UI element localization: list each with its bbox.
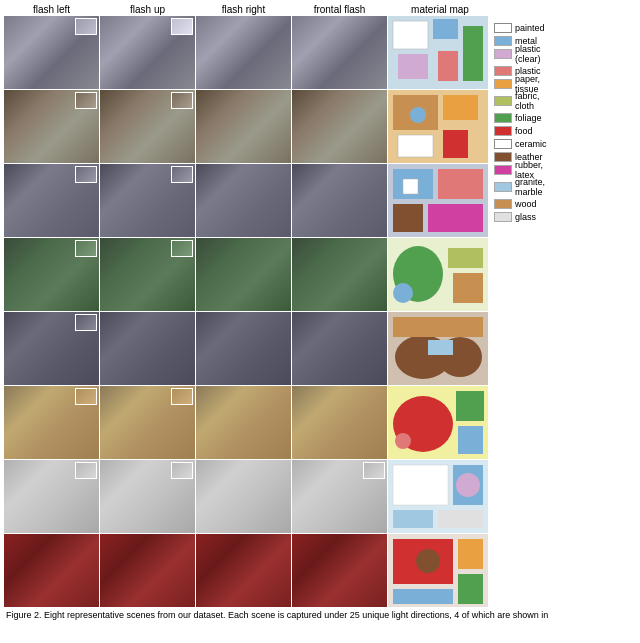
mat-r2	[388, 90, 488, 163]
scene-row-6	[4, 386, 488, 459]
img-r1-c3	[196, 16, 291, 89]
mat-r6	[388, 386, 488, 459]
thumb-r2-c1	[75, 92, 97, 109]
svg-rect-37	[438, 510, 483, 528]
mat-svg-4	[388, 238, 488, 311]
img-r8-c1	[4, 534, 99, 607]
legend-granite: granite,marble	[494, 181, 600, 193]
img-r5-c1	[4, 312, 99, 385]
legend-color-ceramic	[494, 139, 512, 149]
svg-rect-4	[438, 51, 458, 81]
svg-rect-36	[393, 510, 433, 528]
scene-row-5	[4, 312, 488, 385]
img-r3-c1	[4, 164, 99, 237]
mat-svg-8	[388, 534, 488, 607]
legend-label-painted: painted	[515, 23, 545, 33]
flash-cols-3	[4, 164, 387, 237]
img-r2-c4	[292, 90, 387, 163]
legend-painted: painted	[494, 22, 600, 34]
img-r4-c3	[196, 238, 291, 311]
scene-row-4	[4, 238, 488, 311]
mat-svg-2	[388, 90, 488, 163]
thumb-r5-c1	[75, 314, 97, 331]
legend-color-paper	[494, 79, 512, 89]
svg-rect-17	[403, 179, 418, 194]
figure-caption: Figure 2. Eight representative scenes fr…	[4, 607, 636, 622]
svg-point-44	[416, 549, 440, 573]
main-container: flash left flash up flash right frontal …	[0, 0, 640, 626]
legend-rubber: rubber,latex	[494, 164, 600, 176]
col-header-2: flash up	[100, 4, 195, 15]
img-r6-c1	[4, 386, 99, 459]
scene-row-7	[4, 460, 488, 533]
flash-cols-7	[4, 460, 387, 533]
legend-label-food: food	[515, 126, 533, 136]
img-r4-c1	[4, 238, 99, 311]
legend-foliage: foliage	[494, 112, 600, 124]
svg-point-38	[456, 473, 480, 497]
scene-row-8	[4, 534, 488, 607]
legend-paper: paper,tissue	[494, 78, 600, 90]
svg-rect-42	[458, 539, 483, 569]
img-r2-c2	[100, 90, 195, 163]
mat-svg-5	[388, 312, 488, 385]
img-r8-c3	[196, 534, 291, 607]
legend-label-ceramic: ceramic	[515, 139, 547, 149]
flash-cols-4	[4, 238, 387, 311]
img-r8-c2	[100, 534, 195, 607]
svg-rect-20	[448, 248, 483, 268]
mat-r1	[388, 16, 488, 89]
img-r3-c3	[196, 164, 291, 237]
svg-rect-34	[393, 465, 448, 505]
legend-color-plastic-clear	[494, 49, 512, 59]
img-r1-c2	[100, 16, 195, 89]
thumb-r6-c1	[75, 388, 97, 405]
svg-rect-21	[453, 273, 483, 303]
legend-label-fabric: fabric,cloth	[515, 91, 540, 111]
img-r4-c4	[292, 238, 387, 311]
svg-rect-8	[443, 95, 478, 120]
legend-color-granite	[494, 182, 512, 192]
thumb-r4-c2	[171, 240, 193, 257]
mat-r4	[388, 238, 488, 311]
col-header-1: flash left	[4, 4, 99, 15]
legend-food: food	[494, 125, 600, 137]
legend-label-glass: glass	[515, 212, 536, 222]
mat-r3	[388, 164, 488, 237]
legend-plastic-clear: plastic(clear)	[494, 48, 600, 60]
img-r5-c2	[100, 312, 195, 385]
img-r4-c2	[100, 238, 195, 311]
svg-rect-3	[398, 54, 428, 79]
image-rows	[4, 16, 488, 607]
scene-row-2	[4, 90, 488, 163]
legend-color-foliage	[494, 113, 512, 123]
thumb-r2-c2	[171, 92, 193, 109]
legend-color-fabric	[494, 96, 512, 106]
svg-point-11	[410, 107, 426, 123]
col-header-3: flash right	[196, 4, 291, 15]
svg-rect-9	[398, 135, 433, 157]
svg-rect-43	[458, 574, 483, 604]
svg-rect-41	[393, 589, 453, 604]
img-r8-c4	[292, 534, 387, 607]
svg-point-22	[393, 283, 413, 303]
legend-label-foliage: foliage	[515, 113, 542, 123]
thumb-r7-c1	[75, 462, 97, 479]
mat-r8	[388, 534, 488, 607]
mat-svg-6	[388, 386, 488, 459]
legend-label-wood: wood	[515, 199, 537, 209]
thumb-r1-c2	[171, 18, 193, 35]
thumb-r1-c1	[75, 18, 97, 35]
img-r2-c1	[4, 90, 99, 163]
legend-color-rubber	[494, 165, 512, 175]
svg-rect-31	[458, 426, 483, 454]
flash-cols-2	[4, 90, 387, 163]
legend-ceramic: ceramic	[494, 138, 600, 150]
svg-point-32	[395, 433, 411, 449]
legend-label-plastic-clear: plastic(clear)	[515, 44, 541, 64]
legend-leather: leather	[494, 151, 600, 163]
svg-rect-10	[443, 130, 468, 158]
svg-rect-30	[456, 391, 484, 421]
img-r7-c4	[292, 460, 387, 533]
svg-rect-26	[393, 317, 483, 337]
